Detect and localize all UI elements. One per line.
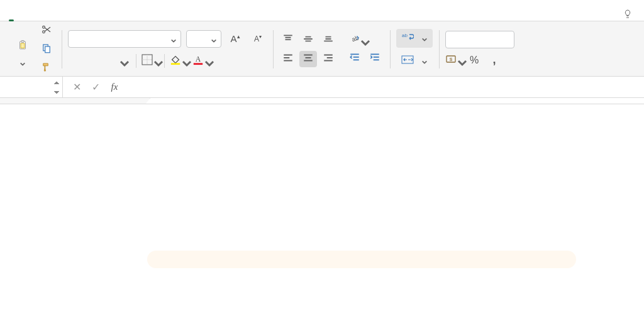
name-box[interactable] — [0, 77, 63, 97]
clipboard-icon — [17, 40, 28, 53]
tab-acrobat[interactable] — [155, 12, 162, 21]
comma-format-button[interactable]: , — [486, 52, 503, 68]
svg-text:ab: ab — [402, 33, 408, 38]
decrease-indent-icon — [349, 52, 360, 65]
svg-rect-6 — [45, 46, 50, 53]
tab-draw[interactable] — [40, 12, 48, 21]
chevron-down-icon[interactable] — [19, 60, 26, 66]
merge-icon — [401, 55, 414, 66]
comma-icon: , — [492, 53, 496, 67]
sheet-tab-handle — [0, 98, 644, 104]
wrap-text-button[interactable]: ab — [396, 29, 433, 48]
svg-rect-2 — [21, 43, 25, 48]
wrap-text-icon: ab — [401, 32, 414, 44]
paste-button[interactable] — [11, 33, 34, 60]
decrease-font-icon: A▾ — [254, 34, 262, 43]
align-bottom-icon — [323, 33, 334, 46]
tab-review[interactable] — [106, 12, 113, 21]
align-right-icon — [323, 52, 334, 65]
align-middle-button[interactable] — [299, 32, 317, 48]
copy-button[interactable] — [38, 41, 55, 58]
align-top-icon — [282, 33, 294, 46]
percent-format-button[interactable]: % — [465, 52, 483, 68]
align-center-button[interactable] — [299, 51, 317, 67]
chevron-down-icon — [153, 58, 159, 64]
cut-button[interactable] — [38, 23, 55, 39]
enter-formula-button[interactable]: ✓ — [89, 81, 102, 93]
font-size-select[interactable] — [186, 30, 221, 48]
align-right-button[interactable] — [319, 51, 337, 67]
lightbulb-icon — [623, 9, 633, 21]
tab-page-layout[interactable] — [57, 12, 64, 21]
spin-down-icon[interactable] — [53, 87, 60, 97]
tab-insert[interactable] — [24, 12, 31, 21]
name-box-input[interactable] — [6, 82, 42, 93]
align-left-icon — [282, 52, 294, 65]
cancel-formula-button[interactable]: ✕ — [70, 81, 83, 93]
formula-input[interactable] — [127, 81, 636, 93]
increase-indent-button[interactable] — [366, 51, 384, 67]
svg-rect-10 — [194, 63, 203, 65]
align-middle-icon — [303, 33, 314, 46]
group-wrap-merge: ab — [390, 24, 439, 75]
callout-annotation — [151, 254, 572, 264]
align-top-button[interactable] — [279, 32, 297, 48]
chevron-down-icon — [119, 58, 125, 64]
svg-rect-1 — [21, 41, 25, 43]
tab-data[interactable] — [89, 12, 97, 21]
align-left-button[interactable] — [279, 51, 297, 67]
chevron-down-icon — [457, 57, 463, 63]
underline-button[interactable] — [113, 53, 131, 69]
spin-up-icon[interactable] — [53, 78, 60, 87]
copy-icon — [41, 43, 52, 56]
chevron-down-icon — [204, 58, 210, 64]
orientation-button[interactable]: ab — [346, 32, 369, 48]
group-alignment: ab — [273, 24, 390, 75]
chevron-down-icon — [421, 58, 428, 64]
chevron-down-icon — [360, 37, 366, 43]
group-clipboard — [5, 24, 62, 75]
bold-button[interactable] — [68, 53, 86, 69]
chevron-down-icon — [211, 36, 217, 42]
tab-home[interactable] — [8, 12, 15, 21]
align-center-icon — [303, 52, 314, 65]
svg-text:$: $ — [450, 57, 453, 62]
tell-me-search[interactable] — [623, 9, 636, 21]
ribbon: A▴ A▾ A — [0, 21, 644, 77]
chevron-down-icon — [421, 35, 428, 41]
ribbon-tabs — [0, 0, 644, 21]
decrease-font-button[interactable]: A▾ — [249, 31, 267, 47]
chevron-down-icon — [181, 58, 187, 64]
paintbrush-icon — [41, 62, 52, 75]
tab-formulas[interactable] — [73, 12, 80, 21]
increase-font-icon: A▴ — [230, 33, 240, 44]
currency-icon: $ — [445, 53, 457, 67]
svg-rect-8 — [171, 63, 180, 65]
borders-icon — [142, 54, 153, 67]
merge-centre-button[interactable] — [396, 52, 433, 70]
align-bottom-button[interactable] — [319, 32, 337, 48]
borders-button[interactable] — [142, 53, 159, 69]
number-format-select[interactable] — [445, 31, 514, 48]
group-font: A▴ A▾ A — [62, 24, 273, 75]
decrease-indent-button[interactable] — [346, 51, 364, 67]
bucket-icon — [170, 54, 181, 67]
fill-color-button[interactable] — [170, 53, 187, 69]
tab-developer[interactable] — [138, 12, 146, 21]
italic-button[interactable] — [91, 53, 108, 69]
formula-bar: ✕ ✓ fx — [0, 77, 644, 98]
orientation-icon: ab — [348, 33, 360, 46]
check-icon: ✓ — [92, 81, 100, 93]
increase-indent-icon — [369, 52, 380, 65]
format-painter-button[interactable] — [38, 60, 55, 77]
tab-view[interactable] — [122, 12, 130, 21]
font-family-select[interactable] — [68, 30, 181, 48]
increase-font-button[interactable]: A▴ — [226, 31, 244, 47]
scissors-icon — [41, 24, 52, 37]
percent-icon: % — [470, 55, 479, 66]
font-color-icon: A — [192, 54, 204, 67]
font-color-button[interactable]: A — [192, 53, 210, 69]
group-number: $ % , — [439, 24, 521, 75]
insert-function-button[interactable]: fx — [108, 82, 121, 92]
accounting-format-button[interactable]: $ — [445, 52, 463, 68]
